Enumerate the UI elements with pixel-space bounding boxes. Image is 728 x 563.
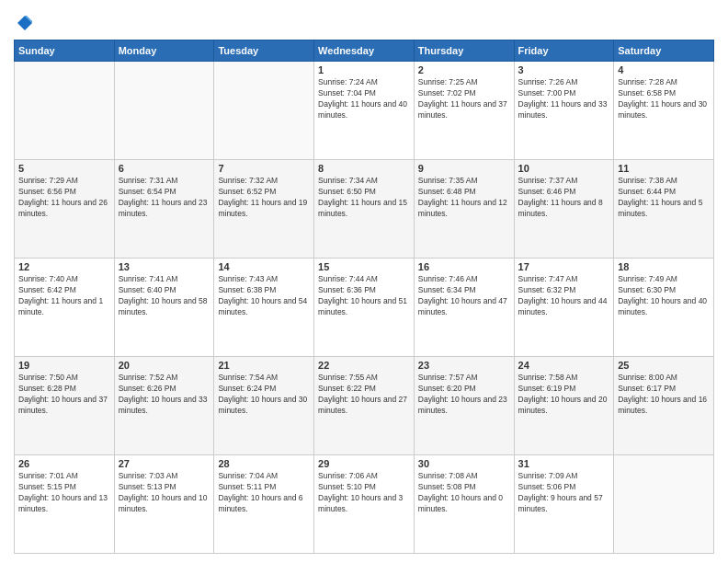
calendar-cell: 27Sunrise: 7:03 AM Sunset: 5:13 PM Dayli… bbox=[114, 455, 214, 554]
day-info: Sunrise: 7:06 AM Sunset: 5:10 PM Dayligh… bbox=[318, 471, 410, 515]
calendar-cell: 24Sunrise: 7:58 AM Sunset: 6:19 PM Dayli… bbox=[514, 357, 614, 455]
logo bbox=[14, 9, 34, 32]
day-number: 3 bbox=[518, 64, 610, 75]
day-info: Sunrise: 7:32 AM Sunset: 6:52 PM Dayligh… bbox=[218, 176, 310, 220]
day-number: 7 bbox=[218, 163, 310, 174]
day-number: 22 bbox=[318, 360, 410, 371]
calendar-cell: 7Sunrise: 7:32 AM Sunset: 6:52 PM Daylig… bbox=[214, 160, 314, 259]
day-number: 19 bbox=[18, 360, 110, 371]
day-number: 8 bbox=[318, 163, 410, 174]
day-info: Sunrise: 7:26 AM Sunset: 7:00 PM Dayligh… bbox=[518, 77, 610, 121]
day-number: 15 bbox=[318, 261, 410, 272]
calendar-cell: 22Sunrise: 7:55 AM Sunset: 6:22 PM Dayli… bbox=[314, 357, 415, 455]
day-info: Sunrise: 7:01 AM Sunset: 5:15 PM Dayligh… bbox=[18, 471, 110, 515]
day-info: Sunrise: 7:29 AM Sunset: 6:56 PM Dayligh… bbox=[18, 176, 110, 220]
day-info: Sunrise: 7:09 AM Sunset: 5:06 PM Dayligh… bbox=[518, 471, 610, 515]
day-number: 18 bbox=[618, 261, 710, 272]
day-header-wednesday: Wednesday bbox=[314, 40, 415, 62]
calendar-cell: 20Sunrise: 7:52 AM Sunset: 6:26 PM Dayli… bbox=[114, 357, 214, 455]
calendar-cell: 6Sunrise: 7:31 AM Sunset: 6:54 PM Daylig… bbox=[114, 160, 214, 259]
calendar-cell: 10Sunrise: 7:37 AM Sunset: 6:46 PM Dayli… bbox=[514, 160, 614, 259]
calendar-cell: 16Sunrise: 7:46 AM Sunset: 6:34 PM Dayli… bbox=[414, 259, 514, 357]
day-info: Sunrise: 7:46 AM Sunset: 6:34 PM Dayligh… bbox=[418, 274, 510, 318]
calendar-cell: 28Sunrise: 7:04 AM Sunset: 5:11 PM Dayli… bbox=[214, 455, 314, 554]
day-header-sunday: Sunday bbox=[15, 40, 115, 62]
calendar-cell: 17Sunrise: 7:47 AM Sunset: 6:32 PM Dayli… bbox=[514, 259, 614, 357]
day-info: Sunrise: 7:57 AM Sunset: 6:20 PM Dayligh… bbox=[418, 373, 510, 417]
day-number: 27 bbox=[119, 458, 210, 469]
day-number: 29 bbox=[318, 458, 410, 469]
day-header-friday: Friday bbox=[514, 40, 614, 62]
day-info: Sunrise: 8:00 AM Sunset: 6:17 PM Dayligh… bbox=[618, 373, 710, 417]
calendar-cell: 23Sunrise: 7:57 AM Sunset: 6:20 PM Dayli… bbox=[414, 357, 514, 455]
day-number: 13 bbox=[119, 261, 210, 272]
day-info: Sunrise: 7:41 AM Sunset: 6:40 PM Dayligh… bbox=[119, 274, 210, 318]
day-number: 28 bbox=[218, 458, 310, 469]
day-info: Sunrise: 7:49 AM Sunset: 6:30 PM Dayligh… bbox=[618, 274, 710, 318]
calendar-cell bbox=[614, 455, 714, 554]
day-info: Sunrise: 7:47 AM Sunset: 6:32 PM Dayligh… bbox=[518, 274, 610, 318]
day-number: 23 bbox=[418, 360, 510, 371]
day-info: Sunrise: 7:50 AM Sunset: 6:28 PM Dayligh… bbox=[18, 373, 110, 417]
calendar-week-2: 5Sunrise: 7:29 AM Sunset: 6:56 PM Daylig… bbox=[15, 160, 714, 259]
day-number: 30 bbox=[418, 458, 510, 469]
day-header-tuesday: Tuesday bbox=[214, 40, 314, 62]
page: SundayMondayTuesdayWednesdayThursdayFrid… bbox=[0, 0, 728, 563]
calendar-cell: 11Sunrise: 7:38 AM Sunset: 6:44 PM Dayli… bbox=[614, 160, 714, 259]
day-number: 12 bbox=[18, 261, 110, 272]
day-info: Sunrise: 7:31 AM Sunset: 6:54 PM Dayligh… bbox=[119, 176, 210, 220]
calendar-week-5: 26Sunrise: 7:01 AM Sunset: 5:15 PM Dayli… bbox=[15, 455, 714, 554]
calendar-cell: 5Sunrise: 7:29 AM Sunset: 6:56 PM Daylig… bbox=[15, 160, 115, 259]
calendar-cell: 31Sunrise: 7:09 AM Sunset: 5:06 PM Dayli… bbox=[514, 455, 614, 554]
day-number: 4 bbox=[618, 64, 710, 75]
day-number: 17 bbox=[518, 261, 610, 272]
calendar-cell: 12Sunrise: 7:40 AM Sunset: 6:42 PM Dayli… bbox=[15, 259, 115, 357]
day-info: Sunrise: 7:25 AM Sunset: 7:02 PM Dayligh… bbox=[418, 77, 510, 121]
day-header-monday: Monday bbox=[114, 40, 214, 62]
calendar-cell: 15Sunrise: 7:44 AM Sunset: 6:36 PM Dayli… bbox=[314, 259, 415, 357]
day-info: Sunrise: 7:55 AM Sunset: 6:22 PM Dayligh… bbox=[318, 373, 410, 417]
days-header-row: SundayMondayTuesdayWednesdayThursdayFrid… bbox=[15, 40, 714, 62]
day-number: 6 bbox=[119, 163, 210, 174]
calendar-cell: 25Sunrise: 8:00 AM Sunset: 6:17 PM Dayli… bbox=[614, 357, 714, 455]
calendar-cell: 3Sunrise: 7:26 AM Sunset: 7:00 PM Daylig… bbox=[514, 62, 614, 160]
calendar-cell: 14Sunrise: 7:43 AM Sunset: 6:38 PM Dayli… bbox=[214, 259, 314, 357]
day-info: Sunrise: 7:40 AM Sunset: 6:42 PM Dayligh… bbox=[18, 274, 110, 318]
day-number: 25 bbox=[618, 360, 710, 371]
day-header-saturday: Saturday bbox=[614, 40, 714, 62]
day-number: 10 bbox=[518, 163, 610, 174]
day-info: Sunrise: 7:37 AM Sunset: 6:46 PM Dayligh… bbox=[518, 176, 610, 220]
day-number: 11 bbox=[618, 163, 710, 174]
calendar-cell: 13Sunrise: 7:41 AM Sunset: 6:40 PM Dayli… bbox=[114, 259, 214, 357]
day-number: 2 bbox=[418, 64, 510, 75]
day-info: Sunrise: 7:58 AM Sunset: 6:19 PM Dayligh… bbox=[518, 373, 610, 417]
day-info: Sunrise: 7:43 AM Sunset: 6:38 PM Dayligh… bbox=[218, 274, 310, 318]
calendar-cell: 2Sunrise: 7:25 AM Sunset: 7:02 PM Daylig… bbox=[414, 62, 514, 160]
calendar-cell: 26Sunrise: 7:01 AM Sunset: 5:15 PM Dayli… bbox=[15, 455, 115, 554]
calendar-cell: 8Sunrise: 7:34 AM Sunset: 6:50 PM Daylig… bbox=[314, 160, 415, 259]
calendar-cell: 19Sunrise: 7:50 AM Sunset: 6:28 PM Dayli… bbox=[15, 357, 115, 455]
day-number: 20 bbox=[119, 360, 210, 371]
calendar-cell: 29Sunrise: 7:06 AM Sunset: 5:10 PM Dayli… bbox=[314, 455, 415, 554]
calendar-week-1: 1Sunrise: 7:24 AM Sunset: 7:04 PM Daylig… bbox=[15, 62, 714, 160]
day-info: Sunrise: 7:03 AM Sunset: 5:13 PM Dayligh… bbox=[119, 471, 210, 515]
day-number: 31 bbox=[518, 458, 610, 469]
day-info: Sunrise: 7:28 AM Sunset: 6:58 PM Dayligh… bbox=[618, 77, 710, 121]
svg-marker-0 bbox=[17, 16, 32, 30]
day-number: 9 bbox=[418, 163, 510, 174]
calendar-week-4: 19Sunrise: 7:50 AM Sunset: 6:28 PM Dayli… bbox=[15, 357, 714, 455]
day-number: 1 bbox=[318, 64, 410, 75]
day-info: Sunrise: 7:38 AM Sunset: 6:44 PM Dayligh… bbox=[618, 176, 710, 220]
calendar-cell: 4Sunrise: 7:28 AM Sunset: 6:58 PM Daylig… bbox=[614, 62, 714, 160]
day-info: Sunrise: 7:08 AM Sunset: 5:08 PM Dayligh… bbox=[418, 471, 510, 515]
calendar-cell bbox=[114, 62, 214, 160]
day-info: Sunrise: 7:24 AM Sunset: 7:04 PM Dayligh… bbox=[318, 77, 410, 121]
day-info: Sunrise: 7:52 AM Sunset: 6:26 PM Dayligh… bbox=[119, 373, 210, 417]
calendar-cell bbox=[15, 62, 115, 160]
day-info: Sunrise: 7:54 AM Sunset: 6:24 PM Dayligh… bbox=[218, 373, 310, 417]
day-header-thursday: Thursday bbox=[414, 40, 514, 62]
calendar-cell: 1Sunrise: 7:24 AM Sunset: 7:04 PM Daylig… bbox=[314, 62, 415, 160]
day-number: 26 bbox=[18, 458, 110, 469]
header bbox=[14, 9, 714, 32]
calendar-cell: 21Sunrise: 7:54 AM Sunset: 6:24 PM Dayli… bbox=[214, 357, 314, 455]
